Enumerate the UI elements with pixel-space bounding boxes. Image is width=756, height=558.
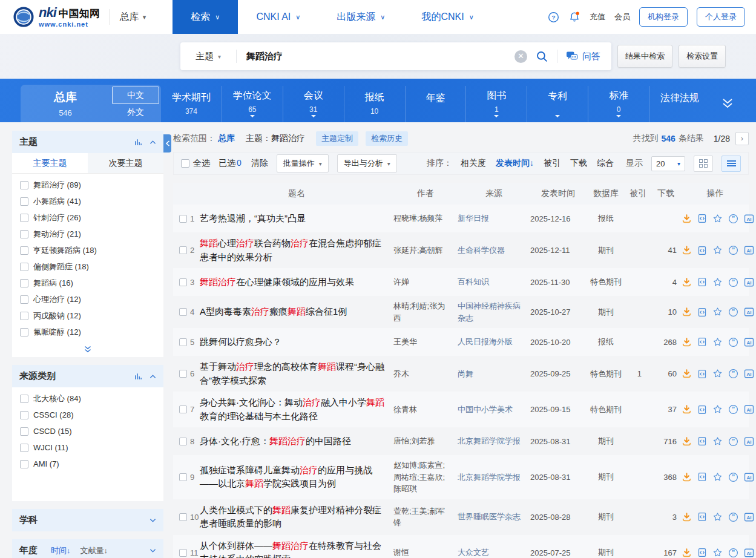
sidebar-collapse-handle[interactable]	[163, 134, 171, 153]
ai-icon[interactable]: AI	[744, 369, 754, 379]
search-settings-button[interactable]: 检索设置	[679, 45, 726, 68]
html-read-icon[interactable]	[697, 246, 707, 255]
batch-operations-button[interactable]: 批量操作▾	[277, 154, 329, 172]
result-source[interactable]: 北京舞蹈学院学报	[458, 471, 530, 484]
html-read-icon[interactable]	[697, 436, 707, 446]
result-title-link[interactable]: A型肉毒毒素治疗瘢痕舞蹈综合征1例	[200, 305, 393, 319]
favorite-icon[interactable]	[712, 307, 723, 317]
result-source[interactable]: 尚舞	[458, 368, 530, 380]
db-tab-年鉴[interactable]: 年鉴	[405, 86, 466, 122]
result-authors[interactable]: 乔木	[393, 368, 458, 380]
result-authors[interactable]: 赵知博;陈素宣;周祐瑄;王嘉欣;陈昭琪	[393, 459, 458, 495]
topic-customize-button[interactable]: 主题定制	[316, 131, 358, 146]
row-checkbox[interactable]	[179, 278, 187, 286]
db-tab-标准[interactable]: 标准0	[588, 86, 649, 122]
nav-item-我的CNKI[interactable]: 我的CNKI∨	[403, 0, 491, 34]
result-title-link[interactable]: 身心共舞·文化润心：舞动治疗融入中小学舞蹈教育的理论基础与本土化路径	[200, 396, 393, 423]
result-authors[interactable]: 徐青林	[393, 404, 458, 416]
subject-section-header[interactable]: 主题	[12, 131, 163, 153]
expand-more-icon[interactable]	[12, 341, 163, 357]
clear-search-icon[interactable]: ✕	[514, 50, 527, 63]
sort-发表时间[interactable]: 发表时间↓	[496, 158, 534, 169]
chevron-down-icon[interactable]	[150, 518, 156, 523]
html-read-icon[interactable]	[697, 337, 707, 347]
source-filter-CSCD[interactable]: CSCD (15)	[12, 423, 163, 439]
download-icon[interactable]	[682, 245, 692, 255]
row-checkbox[interactable]	[179, 513, 187, 521]
result-title-link[interactable]: 基于舞动治疗理念的高校体育舞蹈课程“身心融合”教学模式探索	[200, 360, 393, 387]
result-authors[interactable]: 王美华	[393, 336, 458, 348]
filter-checkbox[interactable]	[20, 230, 28, 238]
result-authors[interactable]: 唐怡;刘若雅	[393, 435, 458, 447]
result-authors[interactable]: 许婵	[393, 276, 458, 288]
cite-icon[interactable]: ”	[728, 436, 738, 447]
ai-icon[interactable]: AI	[744, 548, 754, 558]
qa-button[interactable]: 问答	[557, 51, 611, 62]
result-title-link[interactable]: 人类作业模式下的舞蹈康复护理对精神分裂症患者睡眠质量的影响	[200, 504, 393, 531]
filter-checkbox[interactable]	[20, 328, 28, 336]
filter-checkbox[interactable]	[20, 246, 28, 255]
source-filter-WJCI[interactable]: WJCI (11)	[12, 439, 163, 456]
sort-被引[interactable]: 被引	[544, 158, 560, 169]
html-read-icon[interactable]	[697, 307, 707, 317]
row-checkbox[interactable]	[179, 405, 187, 413]
download-icon[interactable]	[682, 404, 692, 415]
more-databases-icon[interactable]	[710, 85, 745, 122]
favorite-icon[interactable]	[712, 245, 723, 255]
ai-icon[interactable]: AI	[744, 307, 754, 317]
result-authors[interactable]: 谢恒	[393, 547, 458, 558]
download-icon[interactable]	[682, 436, 692, 447]
cite-icon[interactable]: ”	[728, 512, 738, 522]
subject-filter-小舞蹈病[interactable]: 小舞蹈病 (41)	[12, 193, 163, 209]
lang-toggle-foreign[interactable]: 外文	[112, 104, 159, 120]
ai-icon[interactable]: AI	[744, 245, 754, 255]
tab-main-subject[interactable]: 主要主题	[12, 153, 88, 173]
search-history-button[interactable]: 检索历史	[366, 131, 408, 146]
subject-filter-针刺治疗[interactable]: 针刺治疗 (26)	[12, 209, 163, 226]
download-icon[interactable]	[682, 307, 692, 317]
db-tab-法律法规[interactable]: 法律法规	[649, 86, 710, 122]
result-source[interactable]: 中国中小学美术	[458, 404, 530, 416]
subject-filter-氟哌啶醇[interactable]: 氟哌啶醇 (12)	[12, 324, 163, 340]
row-checkbox[interactable]	[179, 438, 187, 445]
row-checkbox[interactable]	[179, 246, 187, 254]
ai-icon[interactable]: AI	[744, 404, 754, 415]
html-read-icon[interactable]	[697, 277, 707, 287]
result-title-link[interactable]: 舞蹈心理治疗联合药物治疗在混合焦虑抑郁症患者中的效果分析	[200, 237, 393, 264]
export-analyze-button[interactable]: 导出与分析▾	[337, 154, 397, 172]
grid-view-button[interactable]	[694, 156, 713, 172]
org-login-button[interactable]: 机构登录	[639, 7, 688, 27]
nav-item-出版来源[interactable]: 出版来源∨	[318, 0, 403, 34]
cite-icon[interactable]: ”	[728, 404, 738, 415]
row-checkbox[interactable]	[179, 549, 187, 557]
cite-icon[interactable]: ”	[728, 548, 738, 558]
favorite-icon[interactable]	[712, 214, 723, 224]
chevron-up-icon[interactable]	[150, 140, 156, 145]
download-icon[interactable]	[682, 548, 692, 558]
row-checkbox[interactable]	[179, 215, 187, 223]
search-field-select[interactable]: 主题▾	[180, 51, 236, 62]
row-checkbox[interactable]	[179, 308, 187, 316]
tab-secondary-subject[interactable]: 次要主题	[88, 153, 163, 173]
chevron-up-icon[interactable]	[150, 374, 156, 379]
search-icon[interactable]	[536, 50, 548, 63]
result-authors[interactable]: 程晓琳;杨频萍	[393, 212, 458, 225]
ai-icon[interactable]: AI	[744, 337, 754, 347]
cite-icon[interactable]: ”	[728, 214, 738, 224]
download-icon[interactable]	[682, 472, 692, 482]
cite-icon[interactable]: ”	[728, 472, 738, 482]
source-filter-AMI[interactable]: AMI (7)	[12, 456, 163, 472]
download-icon[interactable]	[682, 214, 692, 224]
recharge-link[interactable]: 充值	[590, 11, 605, 22]
cite-icon[interactable]: ”	[728, 307, 738, 317]
source-filter-CSSCI[interactable]: CSSCI (28)	[12, 407, 163, 423]
personal-login-button[interactable]: 个人登录	[697, 7, 745, 27]
filter-checkbox[interactable]	[20, 197, 28, 206]
cnki-logo[interactable]: nki 中国知网 www.cnki.net	[13, 6, 100, 28]
download-icon[interactable]	[682, 337, 692, 347]
lang-toggle-chinese[interactable]: 中文	[112, 87, 159, 104]
member-link[interactable]: 会员	[614, 11, 630, 22]
favorite-icon[interactable]	[712, 512, 723, 522]
result-source[interactable]: 百科知识	[458, 276, 530, 288]
favorite-icon[interactable]	[712, 369, 723, 379]
